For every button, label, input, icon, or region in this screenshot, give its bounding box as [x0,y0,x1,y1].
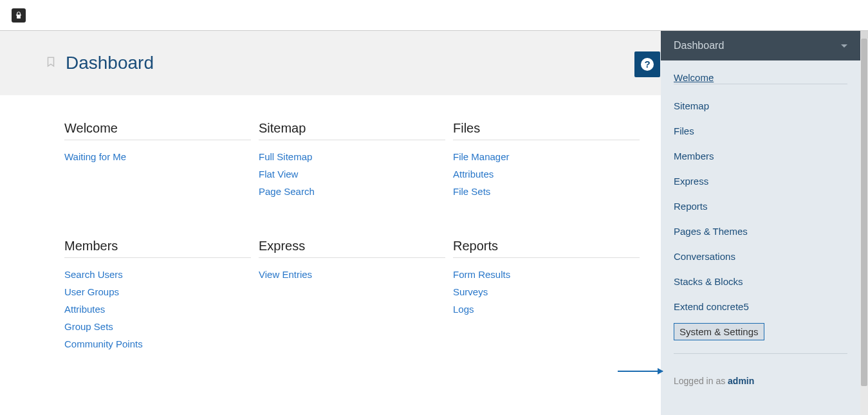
scrollbar-thumb[interactable] [861,39,867,386]
panel-footer: Logged in as admin [674,363,847,386]
link-group-sets[interactable]: Group Sets [64,318,251,335]
link-full-sitemap[interactable]: Full Sitemap [259,148,445,165]
section-title: Reports [453,239,640,258]
link-search-users[interactable]: Search Users [64,266,251,283]
panel-link-extend[interactable]: Extend concrete5 [674,294,847,319]
section-title: Welcome [64,121,251,140]
logged-in-label: Logged in as [674,376,728,386]
top-toolbar [0,0,868,31]
link-community-points[interactable]: Community Points [64,335,251,353]
section-reports: Reports Form Results Surveys Logs [453,239,640,353]
link-surveys[interactable]: Surveys [453,283,640,300]
panel-body: Welcome Sitemap Files Members Express Re… [661,60,860,398]
svg-text:?: ? [644,59,650,69]
panel-header[interactable]: Dashboard [661,31,860,60]
panel-link-sitemap[interactable]: Sitemap [674,93,847,118]
panel-link-system-settings[interactable]: System & Settings [674,323,764,340]
section-title: Sitemap [259,121,445,140]
section-title: Express [259,239,445,258]
section-welcome: Welcome Waiting for Me [64,121,251,200]
section-title: Files [453,121,640,140]
panel-link-stacks-blocks[interactable]: Stacks & Blocks [674,269,847,294]
panel-title: Dashboard [674,40,724,51]
link-file-sets[interactable]: File Sets [453,183,640,200]
panel-welcome-link[interactable]: Welcome [674,66,714,95]
page-title: Dashboard [66,53,154,73]
vertical-scrollbar[interactable] [860,31,868,415]
link-flat-view[interactable]: Flat View [259,165,445,183]
caret-down-icon [841,44,847,48]
logged-in-user: admin [728,376,754,386]
panel-link-conversations[interactable]: Conversations [674,244,847,269]
annotation-arrow [618,371,663,372]
panel-link-reports[interactable]: Reports [674,194,847,219]
panel-link-members[interactable]: Members [674,143,847,169]
link-member-attributes[interactable]: Attributes [64,300,251,318]
link-form-results[interactable]: Form Results [453,266,640,283]
section-express: Express View Entries [259,239,445,353]
link-file-attributes[interactable]: Attributes [453,165,640,183]
link-logs[interactable]: Logs [453,300,640,318]
section-members: Members Search Users User Groups Attribu… [64,239,251,353]
link-user-groups[interactable]: User Groups [64,283,251,300]
link-file-manager[interactable]: File Manager [453,148,640,165]
panel-link-pages-themes[interactable]: Pages & Themes [674,219,847,244]
help-button[interactable]: ? [634,51,660,77]
panel-link-files[interactable]: Files [674,118,847,143]
panel-link-express[interactable]: Express [674,169,847,194]
dashboard-side-panel: Dashboard Welcome Sitemap Files Members … [661,31,860,415]
panel-divider [674,353,847,354]
link-page-search[interactable]: Page Search [259,183,445,200]
link-waiting-for-me[interactable]: Waiting for Me [64,148,251,165]
section-title: Members [64,239,251,258]
app-logo[interactable] [12,8,26,23]
link-view-entries[interactable]: View Entries [259,266,445,283]
section-files: Files File Manager Attributes File Sets [453,121,640,200]
bookmark-icon[interactable] [45,56,57,71]
section-sitemap: Sitemap Full Sitemap Flat View Page Sear… [259,121,445,200]
